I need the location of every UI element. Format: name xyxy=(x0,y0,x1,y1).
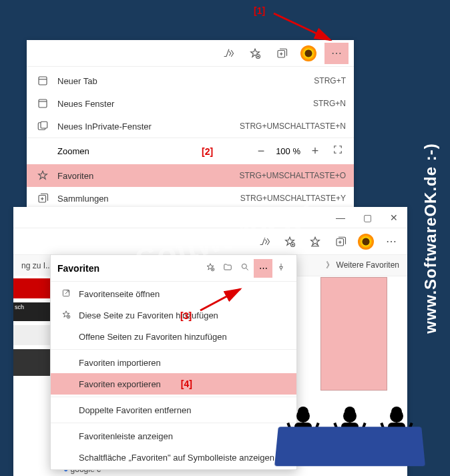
annotation-3: [3] xyxy=(180,310,192,321)
annotation-2: [2] xyxy=(202,146,213,157)
star-add-icon xyxy=(59,310,73,321)
more-menu-button[interactable]: ⋯ xyxy=(381,231,402,252)
fav-import[interactable]: Favoriten importieren xyxy=(51,352,296,373)
favorites-submenu: Favoritenseite öffnen Diese Seite zu Fav… xyxy=(51,282,296,469)
fav-bar-item-truncated[interactable]: ng zu I... xyxy=(21,261,52,270)
minimize-button[interactable]: — xyxy=(327,212,354,223)
svg-rect-7 xyxy=(41,122,47,128)
fmenu-label: Favoriten importieren xyxy=(79,358,161,368)
favorites-icon[interactable] xyxy=(304,231,326,252)
zoom-label: Zoomen xyxy=(57,146,202,156)
menu-label: Neues InPrivate-Fenster xyxy=(57,122,240,132)
svg-line-16 xyxy=(200,289,240,310)
edge-main-menu-panel: ⋯ Neuer Tab STRG+T Neues Fenster STRG+N … xyxy=(27,40,354,212)
add-folder-icon[interactable] xyxy=(219,262,236,274)
highlighted-region xyxy=(320,277,387,391)
open-external-icon xyxy=(59,288,73,300)
menu-new-inprivate[interactable]: Neues InPrivate-Fenster STRG+UMSCHALTTAS… xyxy=(27,115,354,138)
fav-bar-more[interactable]: 》 Weitere Favoriten xyxy=(326,260,399,271)
menu-label: Neues Fenster xyxy=(57,99,313,109)
fullscreen-button[interactable] xyxy=(330,144,346,159)
zoom-in-button[interactable]: + xyxy=(307,144,323,158)
fav-show-bar[interactable]: Favoritenleiste anzeigen › xyxy=(51,425,296,447)
browser-toolbar: ⋯ xyxy=(13,228,407,255)
menu-label: Neuer Tab xyxy=(57,76,314,86)
star-icon xyxy=(35,170,51,182)
menu-new-tab[interactable]: Neuer Tab STRG+T xyxy=(27,69,354,92)
svg-point-12 xyxy=(242,264,246,268)
zoom-out-button[interactable]: − xyxy=(253,144,269,158)
menu-label: Favoriten xyxy=(57,171,239,181)
main-menu-list: Neuer Tab STRG+T Neues Fenster STRG+N Ne… xyxy=(27,67,354,212)
menu-shortcut: STRG+T xyxy=(314,76,346,85)
fav-add-open-pages[interactable]: Offene Seiten zu Favoriten hinzufügen xyxy=(51,326,296,347)
menu-shortcut: STRG+UMSCHALTTASTE+Y xyxy=(240,194,346,203)
fav-show-button[interactable]: Schaltfläche „Favoriten" auf Symbolleist… xyxy=(51,447,296,468)
fmenu-label: Favoritenseite öffnen xyxy=(79,289,160,299)
menu-label: Sammlungen xyxy=(57,194,240,204)
annotation-arrow-3 xyxy=(194,284,254,319)
new-window-icon xyxy=(35,97,51,109)
menu-shortcut: STRG+N xyxy=(313,99,346,108)
judges-illustration: 8 7 9 xyxy=(276,379,423,466)
watermark-vertical: www.SoftwareOK.de :-) xyxy=(421,143,440,333)
fav-add-page[interactable]: Diese Seite zu Favoriten hinzufügen xyxy=(51,304,296,326)
svg-line-1 xyxy=(274,13,330,40)
annotation-1: [1] xyxy=(254,5,265,16)
favorites-more-button[interactable]: ⋯ xyxy=(254,259,272,278)
search-icon[interactable] xyxy=(236,262,254,274)
menu-zoom: Zoomen [2] − 100 % + xyxy=(27,138,354,164)
collections-icon[interactable] xyxy=(330,231,351,252)
menu-favorites[interactable]: Favoriten STRG+UMSCHALTTASTE+O xyxy=(27,164,354,187)
fmenu-label: Favoritenleiste anzeigen xyxy=(79,431,173,441)
annotation-4: [4] xyxy=(181,379,192,389)
favorites-header: Favoriten ⋯ xyxy=(51,255,296,282)
profile-avatar[interactable] xyxy=(355,231,377,252)
window-titlebar: — ▢ ✕ xyxy=(13,207,407,228)
close-button[interactable]: ✕ xyxy=(381,212,407,223)
menu-shortcut: STRG+UMSCHALTTASTE+N xyxy=(240,122,346,131)
fav-remove-duplicates[interactable]: Doppelte Favoriten entfernen xyxy=(51,399,296,421)
favorites-star-icon[interactable] xyxy=(244,43,266,64)
menu-new-window[interactable]: Neues Fenster STRG+N xyxy=(27,92,354,115)
svg-rect-4 xyxy=(39,77,47,85)
read-aloud-icon[interactable] xyxy=(254,231,275,252)
page-content-behind: sch xyxy=(13,276,50,449)
fmenu-label: Doppelte Favoriten entfernen xyxy=(79,405,191,415)
fmenu-label: Schaltfläche „Favoriten" auf Symbolleist… xyxy=(79,453,274,463)
add-favorite-icon[interactable] xyxy=(202,262,219,274)
menu-shortcut: STRG+UMSCHALTTASTE+O xyxy=(239,171,346,180)
collections-icon xyxy=(35,192,51,204)
fmenu-label: Offene Seiten zu Favoriten hinzufügen xyxy=(79,332,227,342)
fmenu-label: Favoriten exportieren xyxy=(79,379,161,389)
zoom-value: 100 % xyxy=(276,146,300,156)
maximize-button[interactable]: ▢ xyxy=(354,212,381,223)
favorites-popup: Favoriten ⋯ Favoritenseite öffnen Diese … xyxy=(50,254,297,470)
favorites-title: Favoriten xyxy=(57,263,202,274)
menu-collections[interactable]: Sammlungen STRG+UMSCHALTTASTE+Y xyxy=(27,187,354,210)
new-tab-icon xyxy=(35,75,51,87)
add-favorite-icon[interactable] xyxy=(279,231,300,252)
read-aloud-icon[interactable] xyxy=(218,43,239,64)
inprivate-icon xyxy=(35,120,51,132)
svg-rect-5 xyxy=(39,99,47,107)
fav-open-page[interactable]: Favoritenseite öffnen xyxy=(51,283,296,304)
annotation-arrow-1 xyxy=(267,7,347,49)
pin-icon[interactable] xyxy=(272,262,290,274)
fav-export[interactable]: Favoriten exportieren [4] xyxy=(51,373,296,395)
